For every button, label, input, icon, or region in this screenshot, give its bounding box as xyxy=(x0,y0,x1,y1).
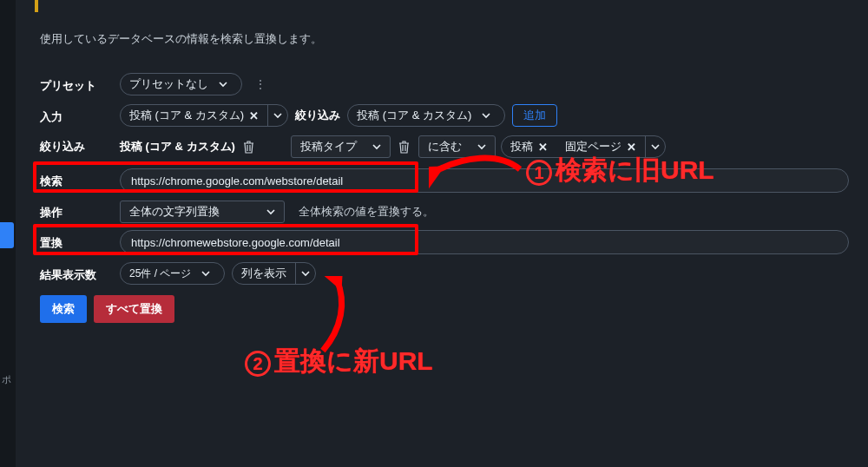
operation-select[interactable]: 全体の文字列置換 xyxy=(120,201,285,223)
chevron-down-icon xyxy=(367,135,386,158)
annotation-2-label: 置換に新URL xyxy=(274,346,433,375)
results-per-page-value: 25件 / ページ xyxy=(129,266,191,281)
sidebar-stub: ポ xyxy=(0,0,16,467)
close-icon[interactable]: ✕ xyxy=(538,141,548,154)
label-operation: 操作 xyxy=(40,205,113,220)
input-filter-select[interactable]: 投稿 (コア & カスタム) xyxy=(347,104,505,127)
annotation-2-number: 2 xyxy=(245,351,271,377)
chevron-down-icon xyxy=(196,262,215,285)
input-filter-label: 絞り込み xyxy=(295,108,340,123)
post-type-text: 投稿タイプ xyxy=(300,139,357,155)
page-description: 使用しているデータベースの情報を検索し置換します。 xyxy=(40,31,322,47)
input-value: 投稿 (コア & カスタム) xyxy=(129,108,244,123)
annotation-text-2: 2置換に新URL xyxy=(245,344,433,379)
annotation-1-label: 検索に旧URL xyxy=(556,155,714,184)
replace-all-button[interactable]: すべて置換 xyxy=(94,295,174,323)
annotation-arrow-2 xyxy=(316,276,368,354)
label-input: 入力 xyxy=(40,109,113,125)
operation-value: 全体の文字列置換 xyxy=(129,204,220,220)
trash-icon[interactable] xyxy=(396,135,413,158)
preset-value: プリセットなし xyxy=(129,76,208,92)
input-chip[interactable]: 投稿 (コア & カスタム) ✕ xyxy=(121,105,267,126)
label-results: 結果表示数 xyxy=(40,267,113,283)
preset-more-icon[interactable] xyxy=(249,77,273,91)
search-button[interactable]: 検索 xyxy=(40,295,87,323)
add-button[interactable]: 追加 xyxy=(512,104,557,127)
preset-select[interactable]: プリセットなし xyxy=(120,73,242,95)
chevron-down-icon xyxy=(261,201,280,223)
post-type-select[interactable]: 投稿タイプ xyxy=(291,135,391,158)
annotation-text-1: 1検索に旧URL xyxy=(526,153,714,188)
annotation-1-number: 1 xyxy=(526,160,552,186)
label-preset: プリセット xyxy=(40,78,113,94)
sidebar-label: ポ xyxy=(2,373,11,386)
label-replace: 置換 xyxy=(40,235,113,251)
input-select-group: 投稿 (コア & カスタム) ✕ xyxy=(120,104,288,127)
notice-bar xyxy=(35,0,851,12)
operation-help: 全体検索の値を置換する。 xyxy=(299,204,434,220)
chevron-down-icon xyxy=(214,73,233,95)
columns-label[interactable]: 列を表示 xyxy=(233,263,295,284)
chevron-down-icon[interactable] xyxy=(296,263,315,284)
replace-input[interactable] xyxy=(120,230,849,254)
columns-select-group: 列を表示 xyxy=(232,262,316,285)
close-icon[interactable]: ✕ xyxy=(249,109,259,122)
input-filter-value: 投稿 (コア & カスタム) xyxy=(357,108,471,123)
chevron-down-icon[interactable] xyxy=(268,105,287,126)
filter-item-text: 投稿 (コア & カスタム) xyxy=(120,139,235,155)
contains-text: に含む xyxy=(428,139,462,155)
results-per-page-select[interactable]: 25件 / ページ xyxy=(120,262,225,285)
trash-icon[interactable] xyxy=(240,135,258,158)
label-search: 検索 xyxy=(40,174,113,189)
close-icon[interactable]: ✕ xyxy=(627,141,636,154)
columns-text: 列を表示 xyxy=(241,266,286,281)
search-input[interactable] xyxy=(120,168,849,193)
sidebar-active-tab[interactable] xyxy=(0,222,14,248)
chevron-down-icon xyxy=(472,135,491,158)
label-filter: 絞り込み xyxy=(40,139,113,155)
chevron-down-icon xyxy=(477,104,496,127)
contains-select[interactable]: に含む xyxy=(418,135,496,158)
